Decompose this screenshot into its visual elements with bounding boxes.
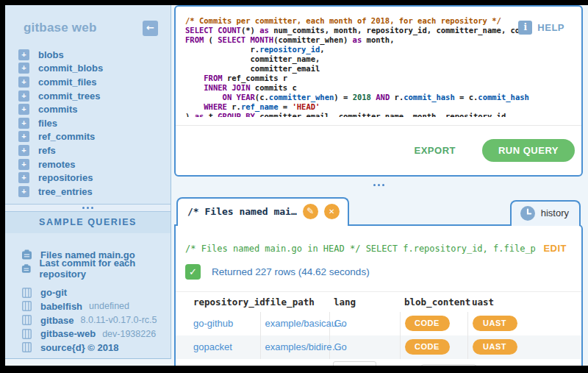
sidebar-table-files[interactable]: +files bbox=[5, 116, 171, 130]
sidebar-table-commit_blobs[interactable]: +commit_blobs bbox=[5, 62, 171, 76]
version-item: babelfishundefined bbox=[5, 299, 171, 313]
results-table: repository_idfile_pathlangblob_contentua… bbox=[176, 291, 581, 359]
query-preview-row: /* Files named main.go in HEAD */ SELECT… bbox=[176, 243, 581, 254]
sidebar-table-commit_trees[interactable]: +commit_trees bbox=[5, 89, 171, 103]
code-line: INNER JOIN commits c bbox=[185, 83, 518, 93]
uast-button[interactable]: UAST bbox=[473, 339, 517, 355]
main-area: /* Commits per committer, each month of … bbox=[174, 5, 583, 366]
table-name: files bbox=[38, 118, 57, 129]
cell-lang: Go bbox=[329, 335, 400, 359]
clipboard-icon bbox=[21, 249, 32, 260]
clipboard-icon bbox=[21, 263, 32, 274]
drag-dots-icon bbox=[373, 184, 384, 186]
uast-button[interactable]: UAST bbox=[473, 316, 517, 331]
sample-queries-header: SAMPLE QUERIES bbox=[5, 212, 171, 233]
expand-plus-icon[interactable]: + bbox=[18, 49, 29, 60]
cell-file-path: example/basicau… bbox=[260, 312, 329, 335]
close-tab-icon[interactable]: ✕ bbox=[324, 204, 340, 219]
tab-query-files-named-main[interactable]: /* Files named mai… ✎ ✕ bbox=[176, 197, 349, 226]
sidebar-header: gitbase web ← bbox=[5, 5, 171, 48]
export-button[interactable]: EXPORT bbox=[415, 145, 456, 156]
app-title: gitbase web bbox=[24, 21, 97, 35]
expand-plus-icon[interactable]: + bbox=[18, 104, 29, 115]
cell-repository-id: gopacket bbox=[176, 335, 260, 359]
code-line: FROM ref_commits r bbox=[185, 74, 518, 83]
sidebar-table-refs[interactable]: +refs bbox=[5, 143, 171, 157]
collapse-sidebar-button[interactable]: ← bbox=[143, 21, 158, 36]
code-line: FROM ( SELECT MONTH(committer_when) as m… bbox=[185, 35, 518, 45]
cell-blob-content: CODE bbox=[400, 312, 467, 335]
tab-title: /* Files named mai… bbox=[187, 206, 297, 217]
cell-lang: Go bbox=[329, 312, 400, 335]
table-header-row: repository_idfile_pathlangblob_contentua… bbox=[176, 292, 581, 312]
tab-row: /* Files named mai… ✎ ✕ history bbox=[174, 197, 583, 224]
expand-plus-icon[interactable]: + bbox=[18, 118, 29, 129]
column-header-blob_content: blob_content bbox=[400, 292, 467, 312]
component-name: go-git bbox=[40, 287, 67, 298]
table-row: go-githubexample/basicau…GoCODEUAST bbox=[176, 312, 581, 335]
component-name: gitbase bbox=[40, 315, 74, 326]
code-line: committer_email bbox=[185, 64, 518, 74]
version-item: gitbase8.0.11-v0.17.0-rc.5 bbox=[5, 313, 171, 327]
table-name: commit_files bbox=[38, 77, 96, 88]
sample-query-item[interactable]: Last commit for each repository bbox=[5, 262, 171, 276]
sidebar-table-blobs[interactable]: +blobs bbox=[5, 48, 171, 62]
table-name: tree_entries bbox=[38, 186, 93, 197]
table-name: repositories bbox=[38, 172, 93, 183]
expand-plus-icon[interactable]: + bbox=[18, 159, 29, 170]
cell-uast: UAST bbox=[467, 335, 581, 359]
app-window: gitbase web ← +blobs+commit_blobs+commit… bbox=[5, 5, 588, 366]
status-row: ✓ Returned 227 rows (44.62 seconds) bbox=[176, 264, 581, 280]
book-icon bbox=[22, 301, 32, 311]
sidebar-table-ref_commits[interactable]: +ref_commits bbox=[5, 130, 171, 144]
edit-query-button[interactable]: EDIT bbox=[543, 243, 567, 254]
sample-query-list: Files named main.goLast commit for each … bbox=[5, 233, 171, 276]
tab-history[interactable]: history bbox=[510, 200, 581, 226]
expand-plus-icon[interactable]: + bbox=[18, 63, 29, 74]
sidebar-table-commit_files[interactable]: +commit_files bbox=[5, 75, 171, 89]
table-name: refs bbox=[38, 145, 56, 156]
sql-editor-panel[interactable]: /* Commits per committer, each month of … bbox=[174, 5, 583, 177]
code-button[interactable]: CODE bbox=[405, 316, 450, 331]
book-icon bbox=[22, 315, 32, 325]
sidebar-table-repositories[interactable]: +repositories bbox=[5, 171, 171, 185]
book-icon bbox=[22, 342, 32, 352]
table-name: ref_commits bbox=[38, 131, 95, 142]
cell-uast: UAST bbox=[467, 312, 581, 335]
sidebar-table-remotes[interactable]: +remotes bbox=[5, 157, 171, 171]
table-name: commit_trees bbox=[38, 90, 101, 102]
expand-plus-icon[interactable]: + bbox=[18, 172, 29, 183]
component-version: 8.0.11-v0.17.0-rc.5 bbox=[81, 315, 157, 325]
expand-plus-icon[interactable]: + bbox=[18, 145, 29, 156]
sidebar-table-tree_entries[interactable]: +tree_entries bbox=[5, 185, 171, 199]
pagination-control-partial[interactable] bbox=[333, 361, 376, 366]
expand-plus-icon[interactable]: + bbox=[18, 90, 29, 102]
help-label: HELP bbox=[537, 22, 564, 33]
pagination-control-partial[interactable] bbox=[421, 364, 476, 366]
sidebar-table-commits[interactable]: +commits bbox=[5, 102, 171, 116]
column-header-uast: uast bbox=[467, 292, 581, 312]
table-name: blobs bbox=[38, 49, 64, 60]
version-item: go-git bbox=[5, 286, 171, 300]
help-button[interactable]: i HELP bbox=[518, 21, 564, 35]
version-list: go-gitbabelfishundefinedgitbase8.0.11-v0… bbox=[5, 286, 171, 355]
cell-repository-id: go-github bbox=[176, 312, 260, 335]
expand-plus-icon[interactable]: + bbox=[18, 77, 29, 88]
code-line: WHERE r.ref_name = 'HEAD' bbox=[185, 102, 518, 112]
book-icon bbox=[22, 329, 32, 339]
expand-plus-icon[interactable]: + bbox=[18, 186, 29, 197]
code-line: ON YEAR(c.committer_when) = 2018 AND r.c… bbox=[185, 93, 518, 102]
column-header-repository_id: repository_id bbox=[176, 292, 260, 312]
column-header-lang: lang bbox=[329, 292, 400, 312]
sidebar: gitbase web ← +blobs+commit_blobs+commit… bbox=[5, 5, 171, 359]
run-query-button[interactable]: RUN QUERY bbox=[482, 139, 575, 162]
expand-plus-icon[interactable]: + bbox=[18, 131, 29, 142]
info-icon: i bbox=[518, 21, 532, 35]
code-button[interactable]: CODE bbox=[405, 339, 450, 355]
cell-blob-content: CODE bbox=[400, 335, 467, 359]
split-resize-handle[interactable] bbox=[174, 184, 583, 186]
component-version: dev-1938226 bbox=[102, 329, 156, 339]
results-panel: /* Files named mai… ✎ ✕ history /* Files… bbox=[174, 197, 583, 366]
rename-tab-icon[interactable]: ✎ bbox=[303, 204, 318, 219]
sidebar-resize-handle[interactable] bbox=[5, 204, 171, 212]
